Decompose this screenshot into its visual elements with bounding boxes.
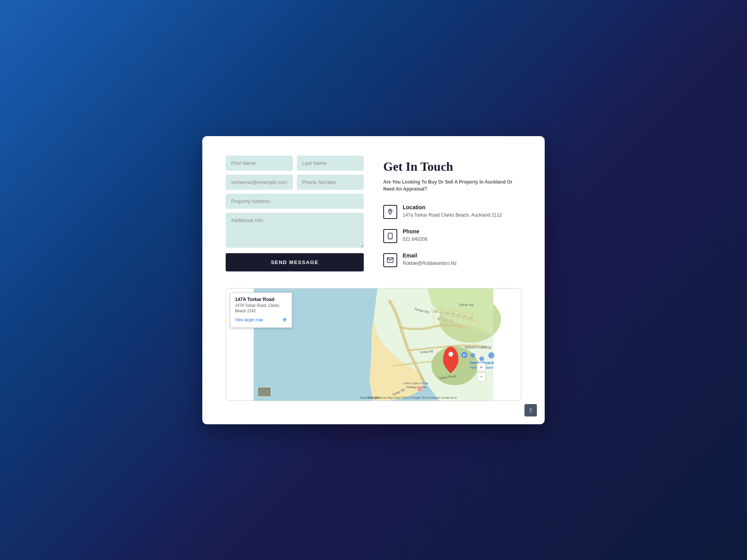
map-container[interactable]: 147A Torkar Road 147A Torkar Road, Clark…: [226, 288, 521, 401]
svg-rect-22: [457, 313, 461, 317]
send-message-button[interactable]: SEND MESSAGE: [226, 253, 364, 271]
map-popup-actions: View larger map ✈: [235, 316, 287, 324]
svg-text:Holiday Rental: Holiday Rental: [406, 385, 426, 389]
svg-rect-27: [449, 319, 453, 322]
svg-rect-20: [445, 312, 450, 315]
svg-point-43: [417, 386, 423, 392]
svg-rect-21: [451, 312, 455, 315]
scroll-top-button[interactable]: ⇧: [524, 404, 537, 416]
email-label: Email: [403, 252, 457, 259]
phone-label: Phone: [403, 228, 427, 234]
pin-icon: [387, 208, 394, 215]
last-name-input[interactable]: [297, 156, 364, 171]
svg-text:Once Upon a Tide: Once Upon a Tide: [403, 382, 429, 385]
map-popup-title: 147A Torkar Road: [235, 297, 287, 302]
svg-text:+: +: [480, 364, 483, 370]
svg-rect-23: [462, 315, 466, 317]
svg-point-41: [479, 356, 484, 361]
svg-text:Torkar Rd: Torkar Rd: [458, 303, 473, 306]
svg-text:P: P: [463, 353, 466, 357]
email-input[interactable]: [226, 175, 293, 190]
location-address: 147a Torkar Road Clarks Beach, Auckland …: [403, 212, 502, 219]
phone-icon: [387, 233, 394, 240]
svg-rect-49: [258, 387, 271, 397]
svg-rect-24: [468, 316, 473, 319]
svg-point-44: [449, 352, 453, 356]
svg-rect-19: [439, 311, 443, 313]
email-details: Email Robbie@Robbieandco.Nz: [403, 252, 457, 267]
envelope-icon: [387, 257, 394, 264]
content-wrapper: SEND MESSAGE Get In Touch Are You Lookin…: [226, 156, 521, 276]
location-label: Location: [403, 204, 502, 210]
svg-rect-26: [443, 318, 448, 322]
svg-text:−: −: [480, 373, 483, 380]
map-popup: 147A Torkar Road 147A Torkar Road, Clark…: [230, 292, 292, 328]
view-larger-map-link[interactable]: View larger map: [235, 318, 263, 322]
name-row: [226, 156, 364, 171]
location-details: Location 147a Torkar Road Clarks Beach, …: [403, 204, 502, 219]
contact-info-panel: Get In Touch Are You Looking To Buy Or S…: [383, 156, 521, 276]
svg-point-40: [470, 353, 475, 357]
additional-info-textarea[interactable]: [226, 213, 364, 248]
phone-input[interactable]: [297, 175, 364, 190]
location-item: Location 147a Torkar Road Clarks Beach, …: [383, 204, 521, 219]
phone-number: 021 840208: [403, 236, 427, 243]
svg-rect-25: [437, 317, 441, 320]
email-address: Robbie@Robbieandco.Nz: [403, 260, 457, 267]
subtitle-text: Are You Looking To Buy Or Sell A Propert…: [383, 178, 521, 192]
email-phone-row: [226, 175, 364, 190]
chevron-up-icon: ⇧: [528, 407, 533, 413]
phone-icon-box: [383, 229, 397, 243]
directions-icon[interactable]: ✈: [282, 316, 287, 324]
svg-point-42: [488, 352, 494, 358]
contact-form-panel: SEND MESSAGE: [226, 156, 364, 276]
first-name-input[interactable]: [226, 156, 293, 171]
svg-text:Keyboard shortcuts   Map data : Keyboard shortcuts Map data ©2025 Google…: [359, 396, 457, 399]
page-title: Get In Touch: [383, 159, 521, 174]
phone-item: Phone 021 840208: [383, 228, 521, 243]
svg-point-0: [390, 210, 391, 211]
main-window: SEND MESSAGE Get In Touch Are You Lookin…: [202, 136, 545, 424]
email-icon-box: [383, 253, 397, 267]
svg-text:Wilson's Landing: Wilson's Landing: [465, 345, 491, 349]
location-icon-box: [383, 205, 397, 219]
address-input[interactable]: [226, 194, 364, 209]
map-popup-address: 147A Torkar Road, Clarks Beach 2142: [235, 303, 287, 314]
phone-details: Phone 021 840208: [403, 228, 427, 243]
svg-rect-18: [433, 310, 438, 313]
email-item: Email Robbie@Robbieandco.Nz: [383, 252, 521, 267]
